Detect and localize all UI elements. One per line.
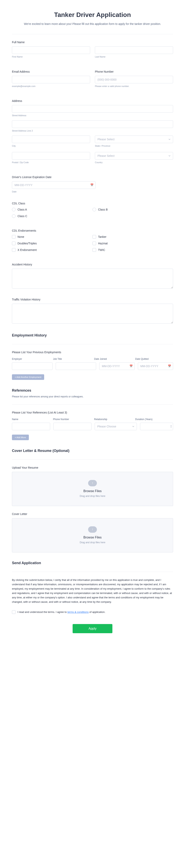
radio-icon: [12, 214, 16, 218]
ref-phone-input[interactable]: [53, 423, 92, 430]
option-label: Doubles/Triples: [18, 241, 37, 246]
docs-heading: Cover Letter & Resume (Optional): [12, 448, 173, 454]
option-label: Class A: [18, 208, 27, 212]
checkbox-icon: [92, 242, 96, 245]
col-relationship: Relationship: [94, 417, 132, 421]
postal-sublabel: Postal / Zip Code: [12, 161, 90, 164]
ref-name-input[interactable]: [12, 423, 50, 430]
resume-label: Upload Your Resume: [12, 466, 173, 470]
cdl-end-option[interactable]: X Endorsement: [12, 248, 92, 252]
date-quitted-input[interactable]: [138, 362, 173, 370]
drag-drop-text: Drag and drop files here: [16, 494, 169, 498]
option-label: Tanker: [98, 235, 106, 239]
checkbox-icon: [92, 248, 96, 252]
state-select[interactable]: Please Select: [95, 135, 173, 143]
col-duration: Duration (Years): [135, 417, 173, 421]
checkbox-icon: [12, 610, 16, 614]
apply-button[interactable]: Apply: [72, 624, 113, 633]
street2-sublabel: Street Address Line 2: [12, 129, 173, 132]
add-reference-button[interactable]: + Add More: [12, 435, 29, 440]
email-input[interactable]: [12, 76, 90, 83]
date-joined-input[interactable]: [99, 362, 135, 370]
country-sublabel: Country: [95, 161, 173, 164]
send-heading: Send Application: [12, 560, 173, 566]
first-name-input[interactable]: [12, 46, 90, 54]
phone-label: Phone Number: [95, 70, 173, 74]
upload-icon: [88, 480, 97, 486]
checkbox-icon: [92, 235, 96, 239]
ref-relationship-select[interactable]: Please Choose: [95, 423, 137, 430]
accident-textarea[interactable]: [12, 269, 173, 288]
street-input[interactable]: [12, 105, 173, 113]
phone-sublabel: Please enter a valid phone number.: [95, 85, 173, 88]
cdl-end-label: CDL Endorsements: [12, 229, 173, 233]
add-employment-button[interactable]: + Add Another Employment: [12, 374, 44, 380]
legal-text: By clicking the submit button below, I c…: [12, 578, 173, 604]
option-label: Hazmat: [98, 241, 107, 246]
employer-input[interactable]: [12, 362, 53, 370]
option-label: TWIC: [98, 248, 105, 252]
stepper-icon[interactable]: ▲▼: [170, 425, 172, 428]
email-label: Email Address: [12, 70, 90, 74]
country-select[interactable]: Please Select: [95, 152, 173, 160]
checkbox-icon: [12, 235, 16, 239]
ref-duration-input[interactable]: [140, 423, 173, 430]
col-quitted: Date Quitted: [135, 357, 173, 361]
street2-input[interactable]: [12, 120, 173, 128]
col-name: Name: [12, 417, 50, 421]
cdl-class-option[interactable]: Class C: [12, 214, 92, 218]
address-label: Address: [12, 99, 173, 103]
email-sublabel: example@example.com: [12, 85, 90, 88]
cdl-end-option[interactable]: TWIC: [92, 248, 173, 252]
city-input[interactable]: [12, 135, 90, 143]
first-name-sublabel: First Name: [12, 55, 90, 59]
jobtitle-input[interactable]: [56, 362, 96, 370]
terms-link[interactable]: terms & conditions: [67, 611, 89, 614]
cdl-class-label: CDL Class: [12, 202, 173, 206]
full-name-label: Full Name: [12, 40, 173, 44]
col-phone: Phone Number: [53, 417, 91, 421]
divider: [12, 344, 173, 344]
last-name-input[interactable]: [95, 46, 173, 54]
cdl-end-option[interactable]: None: [12, 235, 92, 239]
cdl-class-option[interactable]: Class A: [12, 208, 92, 212]
state-sublabel: State / Province: [95, 144, 173, 148]
option-label: Class B: [98, 208, 107, 212]
employment-heading: Employment History: [12, 333, 173, 338]
license-label: Driver's License Expiration Date: [12, 175, 173, 179]
phone-input[interactable]: [95, 76, 173, 83]
violation-textarea[interactable]: [12, 304, 173, 323]
postal-input[interactable]: [12, 152, 90, 160]
option-label: Class C: [18, 214, 27, 218]
city-sublabel: City: [12, 144, 90, 148]
license-date-input[interactable]: [12, 181, 95, 189]
upload-icon: [88, 526, 97, 533]
option-label: X Endorsement: [18, 248, 37, 252]
checkbox-icon: [12, 242, 16, 245]
references-sub: Please list your references among your d…: [12, 395, 173, 398]
option-label: None: [18, 235, 24, 239]
radio-icon: [92, 208, 96, 211]
cdl-end-option[interactable]: Doubles/Triples: [12, 241, 92, 246]
cover-dropzone[interactable]: Browse Files Drag and drop files here: [12, 518, 173, 552]
browse-files-text: Browse Files: [16, 535, 169, 540]
agree-checkbox-row[interactable]: I read and understood the terms. I agree…: [12, 610, 173, 614]
license-sublabel: Date: [12, 190, 173, 193]
references-heading: References: [12, 388, 173, 393]
page-title: Tanker Driver Application: [12, 10, 173, 20]
radio-icon: [12, 208, 16, 211]
violation-label: Traffic Violation History: [12, 298, 173, 302]
divider: [12, 34, 173, 34]
references-repeater-title: Please List Your References (List At Lea…: [12, 410, 173, 415]
cdl-end-option[interactable]: Tanker: [92, 235, 173, 239]
drag-drop-text: Drag and drop files here: [16, 541, 169, 544]
cover-label: Cover Letter: [12, 512, 173, 516]
cdl-end-option[interactable]: Hazmat: [92, 241, 173, 246]
checkbox-icon: [12, 248, 16, 252]
cdl-class-option[interactable]: Class B: [92, 208, 173, 212]
employment-repeater-title: Please List Your Previous Employments: [12, 350, 173, 354]
divider: [12, 404, 173, 405]
accident-label: Accident History: [12, 262, 173, 267]
col-joined: Date Joined: [94, 357, 132, 361]
resume-dropzone[interactable]: Browse Files Drag and drop files here: [12, 472, 173, 506]
